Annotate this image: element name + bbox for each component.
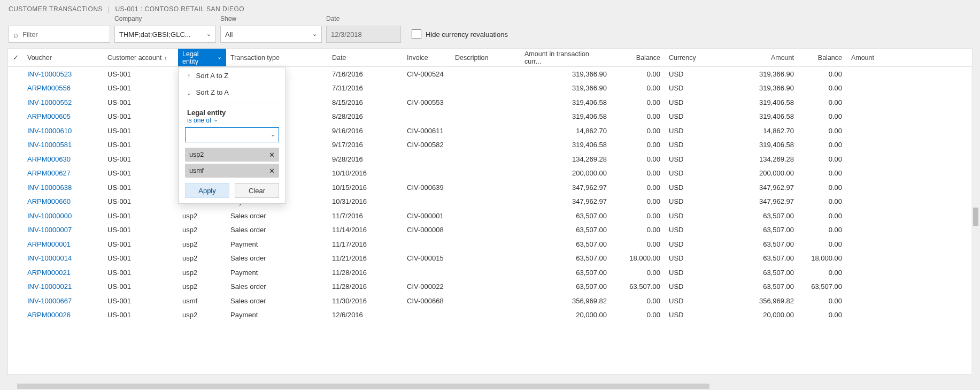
company-value: THMF;dat;GBSI;GLC... [119, 30, 191, 39]
cell-customer-account: US-001 [103, 141, 178, 149]
flyout-operator[interactable]: is one of [179, 117, 285, 127]
flyout-value-combo[interactable] [185, 127, 279, 142]
table-row[interactable]: INV-10000523US-0017/16/2016CIV-000524319… [8, 67, 972, 81]
page: CUSTOMER TRANSACTIONS | US-001 : CONTOSO… [0, 0, 980, 390]
vertical-scrollbar[interactable] [971, 68, 980, 381]
flyout-separator [185, 103, 279, 103]
cell-voucher[interactable]: ARPM000627 [23, 169, 103, 177]
flyout-value-input[interactable] [189, 131, 271, 140]
select-all-header[interactable] [8, 49, 23, 66]
col-balance-2[interactable]: Balance [798, 49, 846, 66]
table-row[interactable]: ARPM000556US-0017/31/2016319,366.900.00U… [8, 81, 972, 96]
cell-balance-1: 63,507.00 [611, 282, 665, 290]
table-row[interactable]: ARPM000001US-001usp2Payment11/17/201663,… [8, 237, 972, 251]
cell-balance-2: 0.00 [798, 240, 846, 248]
filter-box[interactable] [9, 26, 110, 43]
col-amount[interactable]: Amount [702, 49, 798, 66]
scrollbar-thumb[interactable] [973, 208, 978, 226]
close-icon[interactable]: ✕ [269, 151, 275, 159]
table-row[interactable]: INV-10000007US-001usp2Sales order11/14/2… [8, 223, 972, 238]
table-row[interactable]: ARPM000021US-001usp2Payment11/28/201663,… [8, 265, 972, 280]
company-combo[interactable]: THMF;dat;GBSI;GLC... [114, 26, 216, 43]
apply-button[interactable]: Apply [185, 183, 229, 198]
table-row[interactable]: INV-10000552US-0018/15/2016CIV-000553319… [8, 95, 972, 110]
date-box[interactable]: 12/3/2018 [326, 26, 401, 43]
table-row[interactable]: INV-10000667US-001usmfSales order11/30/2… [8, 294, 972, 308]
cell-customer-account: US-001 [103, 169, 178, 177]
cell-currency: USD [665, 197, 702, 205]
cell-amount: 134,269.28 [702, 155, 798, 163]
filter-token-usmf[interactable]: usmf✕ [185, 164, 279, 178]
cell-voucher[interactable]: ARPM000556 [23, 84, 103, 92]
col-currency[interactable]: Currency [665, 49, 702, 66]
col-legal-entity[interactable]: Legal entity [178, 49, 226, 66]
cell-balance-2: 63,507.00 [798, 282, 846, 290]
clear-button[interactable]: Clear [235, 183, 279, 198]
col-invoice[interactable]: Invoice [403, 49, 451, 66]
cell-amount: 14,862.70 [702, 127, 798, 135]
col-amount-2[interactable]: Amount [846, 49, 878, 66]
table-row[interactable]: ARPM000605US-0018/28/2016319,406.580.00U… [8, 110, 972, 124]
cell-voucher[interactable]: ARPM000660 [23, 197, 103, 205]
cell-transaction-type: Payment [226, 311, 328, 319]
sort-z-a[interactable]: Sort Z to A [179, 84, 285, 101]
table-row[interactable]: INV-10000021US-001usp2Sales order11/28/2… [8, 280, 972, 294]
col-voucher[interactable]: Voucher [23, 49, 103, 66]
filter-input[interactable] [21, 30, 105, 39]
cell-currency: USD [665, 240, 702, 248]
cell-date: 9/28/2016 [328, 155, 403, 163]
cell-voucher[interactable]: ARPM000630 [23, 155, 103, 163]
cell-voucher[interactable]: INV-10000667 [23, 297, 103, 305]
cell-invoice: CIV-000553 [403, 98, 451, 106]
cell-amount-tc: 134,269.28 [520, 155, 611, 163]
table-row[interactable]: ARPM000660US-001usmfPayment10/31/2016347… [8, 195, 972, 209]
cell-currency: USD [665, 84, 702, 92]
horizontal-scrollbar[interactable] [7, 383, 969, 390]
scrollbar-thumb[interactable] [17, 384, 709, 389]
cell-voucher[interactable]: INV-10000021 [23, 282, 103, 290]
show-combo[interactable]: All [220, 26, 322, 43]
col-customer-account[interactable]: Customer account [103, 49, 178, 66]
cell-voucher[interactable]: ARPM000026 [23, 311, 103, 319]
cell-date: 10/31/2016 [328, 197, 403, 205]
chevron-down-icon [213, 117, 218, 124]
filter-token-usp2[interactable]: usp2✕ [185, 148, 279, 162]
hide-reval-check[interactable]: Hide currency revaluations [412, 26, 508, 43]
cell-date: 8/28/2016 [328, 112, 403, 120]
table-row[interactable]: ARPM000630US-0019/28/2016134,269.280.00U… [8, 152, 972, 166]
cell-customer-account: US-001 [103, 84, 178, 92]
cell-voucher[interactable]: INV-10000552 [23, 98, 103, 106]
cell-voucher[interactable]: INV-10000581 [23, 141, 103, 149]
col-amount-tc[interactable]: Amount in transaction curr... [520, 49, 611, 66]
cell-voucher[interactable]: ARPM000605 [23, 112, 103, 120]
cell-voucher[interactable]: INV-10000000 [23, 212, 103, 220]
cell-balance-2: 0.00 [798, 226, 846, 234]
col-description[interactable]: Description [451, 49, 520, 66]
sort-a-z[interactable]: Sort A to Z [179, 67, 285, 84]
cell-customer-account: US-001 [103, 70, 178, 78]
cell-voucher[interactable]: INV-10000007 [23, 226, 103, 234]
cell-amount-tc: 63,507.00 [520, 212, 611, 220]
table-row[interactable]: INV-10000638US-00110/15/2016CIV-00063934… [8, 180, 972, 195]
cell-currency: USD [665, 141, 702, 149]
cell-voucher[interactable]: ARPM000021 [23, 269, 103, 277]
cell-voucher[interactable]: INV-10000638 [23, 183, 103, 192]
table-row[interactable]: INV-10000581US-0019/17/2016CIV-000582319… [8, 138, 972, 152]
close-icon[interactable]: ✕ [269, 167, 275, 175]
table-row[interactable]: ARPM000627US-00110/10/2016200,000.000.00… [8, 166, 972, 181]
table-row[interactable]: INV-10000000US-001usp2Sales order11/7/20… [8, 209, 972, 223]
cell-balance-1: 0.00 [611, 240, 665, 248]
table-row[interactable]: INV-10000610US-0019/16/2016CIV-00061114,… [8, 124, 972, 138]
col-transaction-type[interactable]: Transaction type [226, 49, 328, 66]
col-balance-1[interactable]: Balance [611, 49, 665, 66]
cell-voucher[interactable]: ARPM000001 [23, 240, 103, 248]
col-date[interactable]: Date [328, 49, 403, 66]
cell-voucher[interactable]: INV-10000523 [23, 70, 103, 78]
table-row[interactable]: ARPM000026US-001usp2Payment12/6/201620,0… [8, 308, 972, 323]
cell-voucher[interactable]: INV-10000014 [23, 254, 103, 262]
table-row[interactable]: INV-10000014US-001usp2Sales order11/21/2… [8, 251, 972, 266]
cell-date: 9/16/2016 [328, 127, 403, 135]
cell-amount-tc: 14,862.70 [520, 127, 611, 135]
cell-invoice: CIV-000524 [403, 70, 451, 78]
cell-voucher[interactable]: INV-10000610 [23, 127, 103, 135]
